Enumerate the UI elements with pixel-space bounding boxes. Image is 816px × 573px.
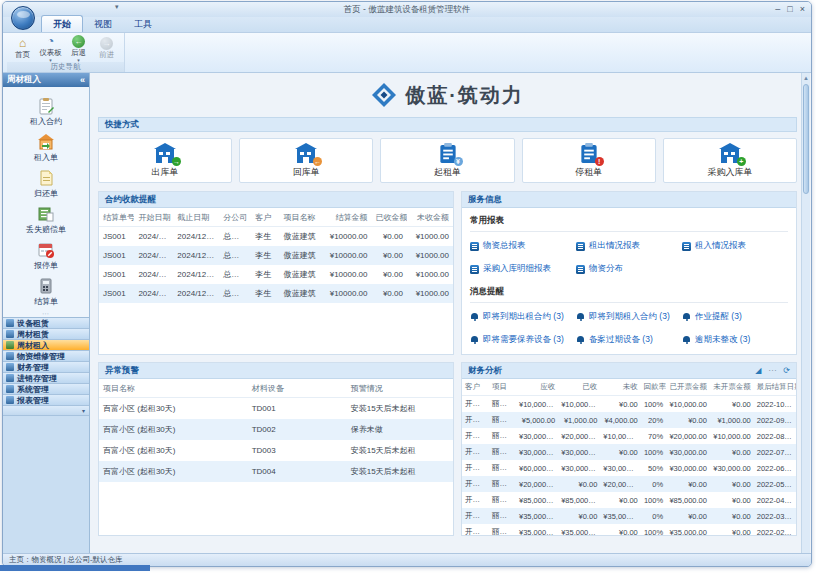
statusbar-text: 主页：物资概况 | 总公司-默认仓库 [9, 555, 123, 565]
home-button[interactable]: ⌂ 首页 [9, 36, 36, 60]
inbound-order-icon: ← [294, 143, 318, 164]
collapse-icon[interactable]: « [80, 75, 85, 85]
table-row[interactable]: 开鲁县...丽诗苑...¥35,000.00¥0.00¥35,000.000%¥… [462, 508, 796, 524]
table-row[interactable]: 开鲁县...丽诗苑...¥85,000.00¥85,000.00¥0.00100… [462, 492, 796, 508]
link-rent-in-report[interactable]: 租入情况报表 [682, 240, 788, 252]
link-material-total-report[interactable]: 物资总报表 [470, 240, 576, 252]
tab-view[interactable]: 视图 [83, 16, 123, 32]
report-icon [470, 265, 479, 274]
table-row[interactable]: 百富小区 (起租30天)TD004安装15天后未起租 [99, 461, 453, 482]
column-header: 已收金额 [372, 208, 407, 227]
main-content: 傲蓝·筑动力 快捷方式 → 出库单 ← 回库单 [90, 73, 811, 553]
close-button[interactable]: × [800, 3, 805, 16]
chart-icon[interactable]: ◢ [755, 366, 761, 375]
table-row[interactable]: JS0012024/1/12024/12/12总公司李生傲蓝建筑¥10000.0… [99, 227, 453, 247]
shortcuts-header: 快捷方式 [98, 117, 797, 132]
bell-icon [470, 313, 479, 322]
column-header: 未收 [600, 379, 640, 396]
bell-icon [576, 313, 585, 322]
contract-reminder-table: 结算单号开始日期截止日期分公司客户项目名称结算金额已收金额未收金额 JS0012… [99, 208, 453, 303]
sidebar-group-finance[interactable]: 财务管理 [3, 362, 89, 373]
panel-splitter[interactable]: ⋯ [3, 310, 89, 317]
sidebar-item-rent-in-order[interactable]: 租入单 [8, 130, 84, 166]
link-purchase-detail-report[interactable]: 采购入库明细报表 [470, 263, 576, 275]
sidebar-item-loss-compensation-order[interactable]: 丢失赔偿单 [8, 202, 84, 238]
card-rent-stop-order[interactable]: ! 停租单 [522, 138, 656, 183]
message-links: 即将到期出租合约 (3) 即将到期租入合约 (3) 作业提醒 (3) 即将需要保… [470, 303, 788, 352]
group-icon [6, 352, 14, 360]
link-overdue-unrectified[interactable]: 逾期未整改 (3) [682, 334, 788, 346]
ribbon-group-label: 历史导航 [7, 62, 124, 72]
link-material-distribution[interactable]: 物资分布 [576, 263, 682, 275]
dashboard-button[interactable]: ◔ 仪表板 ▾ [37, 34, 64, 62]
back-icon: ← [72, 35, 85, 48]
minimize-button[interactable]: – [775, 3, 780, 16]
table-row[interactable]: JS0012024/1/12024/12/12总公司李生傲蓝建筑¥10000.0… [99, 284, 453, 303]
sidebar-header: 周材租入 « [3, 73, 89, 87]
link-task-reminder[interactable]: 作业提醒 (3) [682, 311, 788, 323]
service-info-panel: 服务信息 常用报表 物资总报表 租出情况报表 租入情况报表 采购入库明细报表 物… [461, 191, 797, 355]
table-row[interactable]: 开鲁县...丽诗苑...¥30,000.00¥30,000.00¥0.00100… [462, 444, 796, 460]
rent-in-icon [37, 133, 55, 151]
refresh-icon[interactable]: ⟳ [783, 366, 790, 375]
return-icon [37, 169, 55, 187]
table-row[interactable]: 开鲁县...丽诗苑...¥5,000.00¥1,000.00¥4,000.002… [462, 412, 796, 428]
link-expiring-rent-in-contracts[interactable]: 即将到期租入合约 (3) [576, 311, 682, 323]
configure-buttons-strip[interactable]: ▾ [3, 406, 89, 416]
link-rent-out-report[interactable]: 租出情况报表 [576, 240, 682, 252]
sidebar-group-equipment-rental[interactable]: 设备租赁 [3, 318, 89, 329]
link-expiring-rent-out-contracts[interactable]: 即将到期出租合约 (3) [470, 311, 576, 323]
card-inbound-order[interactable]: ← 回库单 [239, 138, 373, 183]
column-header: 分公司 [219, 208, 251, 227]
sidebar-group-inventory[interactable]: 进销存管理 [3, 373, 89, 384]
table-row[interactable]: JS0012024/1/12024/12/12总公司李生傲蓝建筑¥10000.0… [99, 265, 453, 284]
table-row[interactable]: 开鲁县...丽诗苑...¥60,000.00¥30,000.00¥30,000.… [462, 460, 796, 476]
sidebar-group-system[interactable]: 系统管理 [3, 384, 89, 395]
maximize-button[interactable]: □ [787, 3, 792, 16]
table-row[interactable]: 百富小区 (起租30天)TD003安装15天后未起租 [99, 440, 453, 461]
table-row[interactable]: 开鲁县...丽诗苑...¥35,000.00¥35,000.00¥0.00100… [462, 524, 796, 536]
scrollbar-thumb[interactable] [803, 84, 809, 194]
sidebar-group-reports[interactable]: 报表管理 [3, 395, 89, 406]
link-maintenance-due-equipment[interactable]: 即将需要保养设备 (3) [470, 334, 576, 346]
sidebar-group-material-repair[interactable]: 物资维修管理 [3, 351, 89, 362]
app-orb-button[interactable] [11, 6, 35, 30]
report-icon [470, 242, 479, 251]
link-filing-expired-equipment[interactable]: 备案过期设备 (3) [576, 334, 682, 346]
back-button[interactable]: ← 后退 ▾ [65, 34, 92, 62]
sidebar-item-return-order[interactable]: 归还单 [8, 166, 84, 202]
compensation-icon [37, 205, 55, 223]
table-row[interactable]: JS0012024/1/12024/12/12总公司李生傲蓝建筑¥10000.0… [99, 246, 453, 265]
more-icon[interactable]: ⋯ [768, 366, 776, 375]
dashboard-icon: ◔ [47, 34, 54, 48]
card-rent-start-order[interactable]: ¥ 起租单 [380, 138, 514, 183]
report-icon [576, 265, 585, 274]
sidebar-item-stop-report-order[interactable]: 报停单 [8, 238, 84, 274]
sidebar-item-settlement-order[interactable]: 结算单 [8, 274, 84, 310]
card-outbound-order[interactable]: → 出库单 [98, 138, 232, 183]
tab-start[interactable]: 开始 [41, 15, 83, 32]
column-header: 已开票金额 [666, 379, 710, 396]
sidebar-item-rent-contract[interactable]: 租入合约 [8, 94, 84, 130]
forward-button[interactable]: → 前进 [93, 36, 120, 60]
brand-header: 傲蓝·筑动力 [98, 73, 797, 117]
column-header: 结算单号 [99, 208, 134, 227]
brand-name: 傲蓝·筑动力 [405, 82, 524, 109]
column-header: 未收金额 [407, 208, 453, 227]
tab-tools[interactable]: 工具 [123, 16, 163, 32]
sidebar-group-material-rental[interactable]: 周材租赁 [3, 329, 89, 340]
table-row[interactable]: 开鲁县...丽诗苑...¥20,000.00¥0.00¥20,000.000%¥… [462, 476, 796, 492]
table-row[interactable]: 开鲁县...丽诗苑...¥30,000.00¥20,000.00¥10,000.… [462, 428, 796, 444]
sidebar-filler [3, 416, 89, 553]
table-row[interactable]: 百富小区 (起租30天)TD002保养未做 [99, 419, 453, 440]
sidebar-group-material-rent-in[interactable]: 周材租入 [3, 340, 89, 351]
scroll-up-icon[interactable]: ▲ [802, 73, 810, 83]
table-row[interactable]: 开鲁县...丽诗苑...¥10,000.00¥10,000.00¥0.00100… [462, 396, 796, 413]
contract-reminder-panel: 合约收款提醒 结算单号开始日期截止日期分公司客户项目名称结算金额已收金额未收金额… [98, 191, 454, 355]
card-purchase-in-order[interactable]: + 采购入库单 [663, 138, 797, 183]
quick-access-dropdown-icon[interactable]: ▾ [115, 3, 119, 11]
vertical-scrollbar[interactable]: ▲ [801, 73, 810, 553]
contract-reminder-title: 合约收款提醒 [105, 194, 156, 206]
table-row[interactable]: 百富小区 (起租30天)TD001安装15天后未起租 [99, 398, 453, 420]
column-header: 回款率 [641, 379, 666, 396]
